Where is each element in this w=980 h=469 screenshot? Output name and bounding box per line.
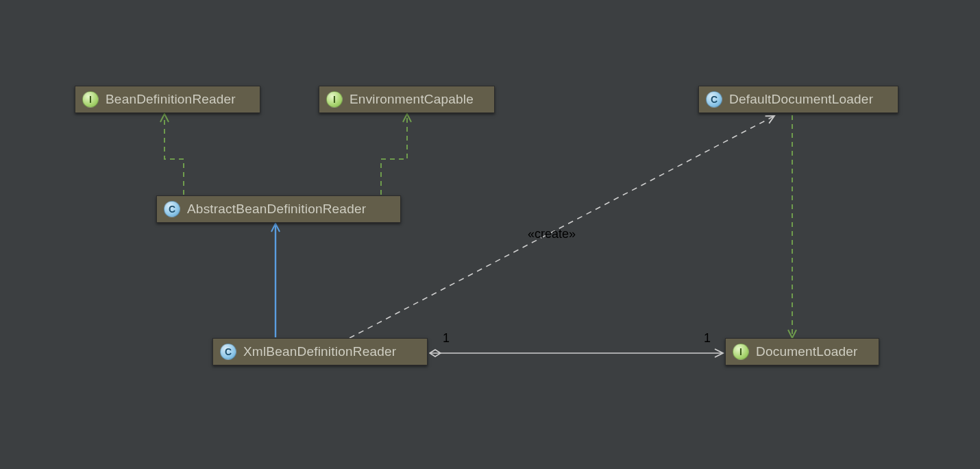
node-default-document-loader[interactable]: C DefaultDocumentLoader [698, 86, 898, 113]
class-label: AbstractBeanDefinitionReader [187, 202, 366, 217]
edge-abstract-to-beandefinitionreader [164, 114, 184, 195]
node-bean-definition-reader[interactable]: I BeanDefinitionReader [75, 86, 260, 113]
class-label: BeanDefinitionReader [106, 92, 236, 107]
class-label: XmlBeanDefinitionReader [243, 344, 396, 359]
class-label: EnvironmentCapable [350, 92, 474, 107]
class-icon: C [220, 344, 236, 360]
node-abstract-bean-definition-reader[interactable]: C AbstractBeanDefinitionReader [156, 195, 401, 223]
class-label: DefaultDocumentLoader [729, 92, 873, 107]
assoc-source-multiplicity: 1 [443, 331, 450, 346]
node-environment-capable[interactable]: I EnvironmentCapable [319, 86, 495, 113]
class-label: DocumentLoader [756, 344, 858, 359]
assoc-target-multiplicity: 1 [704, 331, 711, 346]
node-document-loader[interactable]: I DocumentLoader [725, 338, 879, 365]
interface-icon: I [733, 344, 749, 360]
edge-abstract-to-environmentcapable [381, 114, 407, 195]
class-icon: C [164, 201, 180, 217]
create-stereotype-label: «create» [528, 227, 576, 241]
interface-icon: I [326, 91, 343, 108]
class-icon: C [706, 91, 722, 108]
edges-layer [0, 0, 980, 469]
uml-canvas: I BeanDefinitionReader I EnvironmentCapa… [0, 0, 980, 469]
node-xml-bean-definition-reader[interactable]: C XmlBeanDefinitionReader [212, 338, 428, 365]
interface-icon: I [82, 91, 99, 108]
